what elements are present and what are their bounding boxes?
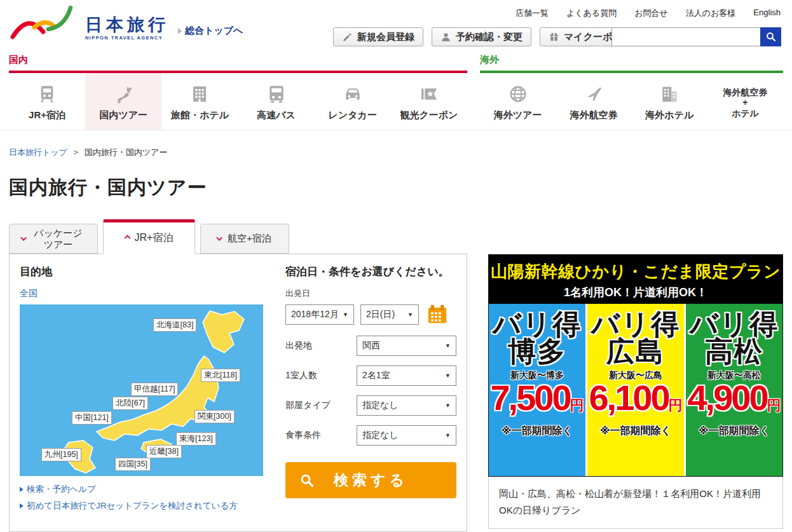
japan-map: 北海道[83] 東北[118] 甲信越[117] 北陸[67] 関東[300] … bbox=[20, 304, 263, 476]
link-faq[interactable]: よくある質問 bbox=[566, 8, 617, 19]
register-button[interactable]: 新規会員登録 bbox=[333, 27, 423, 46]
nav-item-domestic-tour[interactable]: 国内ツアー bbox=[85, 73, 161, 130]
deal-price-unit: 円 bbox=[669, 397, 683, 413]
day-select[interactable]: 2日(日)▼ bbox=[360, 304, 419, 325]
deal-price-unit: 円 bbox=[570, 397, 584, 413]
breadcrumb-home-link[interactable]: 日本旅行トップ bbox=[9, 147, 67, 157]
triangle-icon bbox=[20, 503, 24, 508]
main-nav: 国内 JR+宿泊 国内ツアー 旅館・ホテル 高速バス レンタカー bbox=[0, 54, 792, 130]
brand-name: 日本旅行 bbox=[85, 17, 169, 34]
site-search-button[interactable] bbox=[760, 27, 781, 46]
select-arrow-icon: ▼ bbox=[445, 402, 451, 409]
site-logo[interactable]: 日本旅行 NIPPON TRAVEL AGENCY 総合トップへ bbox=[9, 5, 243, 42]
site-search bbox=[611, 27, 781, 46]
deal-note: ※一部期間除く bbox=[600, 425, 671, 438]
chevron-down-icon bbox=[20, 235, 27, 241]
link-corporate[interactable]: 法人のお客様 bbox=[686, 8, 736, 19]
building-icon bbox=[189, 83, 210, 106]
promo-title: 山陽新幹線ひかり・こだま限定プラン bbox=[489, 261, 782, 283]
region-kyushu[interactable]: 九州[195] bbox=[41, 448, 81, 461]
nav-domestic-label: 国内 bbox=[9, 54, 467, 68]
booking-confirm-button[interactable]: 予約確認・変更 bbox=[432, 27, 531, 46]
search-submit-button[interactable]: 検索する bbox=[285, 462, 456, 498]
region-tokai[interactable]: 東海[123] bbox=[176, 432, 216, 446]
deal-hakata: バリ得 博多 新大阪〜博多 7,500円 ※一部期間除く bbox=[489, 304, 587, 476]
region-chugoku[interactable]: 中国[121] bbox=[72, 411, 112, 425]
conditions-heading: 宿泊日・条件をお選びください。 bbox=[285, 264, 456, 279]
person-icon bbox=[440, 32, 451, 43]
promo-banner[interactable]: 山陽新幹線ひかり・こだま限定プラン 1名利用OK！片道利用OK！ バリ得 博多 … bbox=[488, 254, 783, 477]
search-icon bbox=[299, 473, 315, 488]
nav-item-sightseeing-coupon[interactable]: 観光クーポン bbox=[391, 73, 467, 130]
chevron-down-icon bbox=[216, 235, 222, 241]
nav-item-overseas-hotel[interactable]: 海外ホテル bbox=[632, 73, 707, 130]
destination-column: 目的地 全国 北海道[83] 東北[118] 甲信越[117] 北陸[67] 関… bbox=[20, 264, 274, 521]
site-header: 日本旅行 NIPPON TRAVEL AGENCY 総合トップへ 店舗一覧 よく… bbox=[0, 0, 792, 54]
car-icon bbox=[343, 83, 363, 106]
select-arrow-icon: ▼ bbox=[445, 432, 451, 439]
link-english[interactable]: English bbox=[753, 8, 781, 19]
tab-jr-stay[interactable]: JR+宿泊 bbox=[103, 219, 195, 254]
nav-overseas-label: 海外 bbox=[480, 54, 783, 68]
select-arrow-icon: ▼ bbox=[445, 343, 451, 349]
nav-item-overseas-flight-hotel[interactable]: 海外航空券 + ホテル bbox=[707, 73, 783, 130]
region-hokuriku[interactable]: 北陸[67] bbox=[113, 397, 148, 410]
month-select[interactable]: 2018年12月▼ bbox=[285, 304, 354, 325]
deal-price: 4,900 bbox=[687, 378, 767, 418]
breadcrumb-current: 国内旅行・国内ツアー bbox=[85, 147, 168, 157]
plan-tabs: パッケージツアー JR+宿泊 航空+宿泊 bbox=[9, 219, 289, 254]
promo-deals: バリ得 博多 新大阪〜博多 7,500円 ※一部期間除く バリ得 広島 新大阪〜… bbox=[489, 304, 782, 476]
utility-links: 店舗一覧 よくある質問 お問合せ 法人のお客様 English bbox=[515, 8, 781, 19]
link-store-list[interactable]: 店舗一覧 bbox=[515, 8, 549, 19]
header-buttons: 新規会員登録 予約確認・変更 マイクーポン bbox=[333, 27, 631, 46]
conditions-column: 宿泊日・条件をお選びください。 出発日 2018年12月▼ 2日(日)▼ 出発地 bbox=[285, 264, 456, 521]
promo-header: 山陽新幹線ひかり・こだま限定プラン 1名利用OK！片道利用OK！ bbox=[489, 255, 782, 304]
nav-item-rentacar[interactable]: レンタカー bbox=[315, 73, 391, 130]
general-top-link[interactable]: 総合トップへ bbox=[178, 25, 243, 37]
brand-subtitle: NIPPON TRAVEL AGENCY bbox=[85, 35, 169, 41]
all-japan-link[interactable]: 全国 bbox=[20, 288, 38, 299]
room-type-label: 部屋タイプ bbox=[285, 400, 357, 411]
region-hokkaido[interactable]: 北海道[83] bbox=[153, 318, 196, 332]
calendar-button[interactable] bbox=[425, 303, 449, 326]
departure-date-label: 出発日 bbox=[285, 288, 456, 299]
room-occupancy-label: 1室人数 bbox=[285, 370, 357, 381]
region-kanto[interactable]: 関東[300] bbox=[195, 410, 235, 423]
meal-condition-select[interactable]: 指定なし▼ bbox=[357, 425, 456, 446]
help-links: 検索・予約ヘルプ 初めて日本旅行でJRセットプランを検討されている方 bbox=[20, 484, 274, 512]
select-arrow-icon: ▼ bbox=[445, 372, 451, 379]
region-kinki[interactable]: 近畿[38] bbox=[146, 445, 182, 458]
promo-subtitle: 1名利用OK！片道利用OK！ bbox=[489, 285, 782, 300]
link-contact[interactable]: お問合せ bbox=[634, 8, 668, 19]
plane-icon bbox=[584, 83, 604, 106]
chevron-right-icon bbox=[124, 235, 130, 242]
help-link-first-time[interactable]: 初めて日本旅行でJRセットプランを検討されている方 bbox=[20, 500, 274, 512]
promo-area: 山陽新幹線ひかり・こだま限定プラン 1名利用OK！片道利用OK！ バリ得 博多 … bbox=[488, 254, 783, 529]
site-search-input[interactable] bbox=[611, 27, 760, 46]
room-occupancy-select[interactable]: 2名1室▼ bbox=[357, 365, 456, 386]
bus-icon bbox=[266, 83, 287, 106]
page-title: 国内旅行・国内ツアー bbox=[9, 175, 207, 201]
nav-item-jr-stay[interactable]: JR+宿泊 bbox=[9, 73, 85, 130]
tab-air-stay[interactable]: 航空+宿泊 bbox=[200, 224, 289, 254]
breadcrumb-separator: > bbox=[74, 147, 79, 157]
region-tohoku[interactable]: 東北[118] bbox=[201, 369, 240, 382]
deal-hiroshima: バリ得 広島 新大阪〜広島 6,100円 ※一部期間除く bbox=[587, 304, 686, 476]
deal-price: 6,100 bbox=[589, 378, 668, 418]
coupon-icon bbox=[419, 83, 439, 106]
deal-price: 7,500 bbox=[490, 378, 570, 418]
nav-item-highway-bus[interactable]: 高速バス bbox=[238, 73, 315, 130]
departure-place-select[interactable]: 関西▼ bbox=[357, 336, 456, 356]
gift-icon bbox=[549, 32, 559, 43]
globe-icon bbox=[508, 83, 528, 106]
nav-item-overseas-tour[interactable]: 海外ツアー bbox=[480, 73, 556, 130]
help-link-search-booking[interactable]: 検索・予約ヘルプ bbox=[20, 484, 274, 495]
nav-item-overseas-flight[interactable]: 海外航空券 bbox=[556, 73, 631, 130]
select-arrow-icon: ▼ bbox=[407, 311, 413, 318]
region-koshinetsu[interactable]: 甲信越[117] bbox=[131, 383, 178, 396]
room-type-select[interactable]: 指定なし▼ bbox=[357, 395, 456, 416]
deal-price-unit: 円 bbox=[767, 397, 781, 413]
nav-item-ryokan-hotel[interactable]: 旅館・ホテル bbox=[161, 73, 238, 130]
tab-package-tour[interactable]: パッケージツアー bbox=[9, 224, 98, 254]
region-shikoku[interactable]: 四国[35] bbox=[115, 458, 151, 471]
